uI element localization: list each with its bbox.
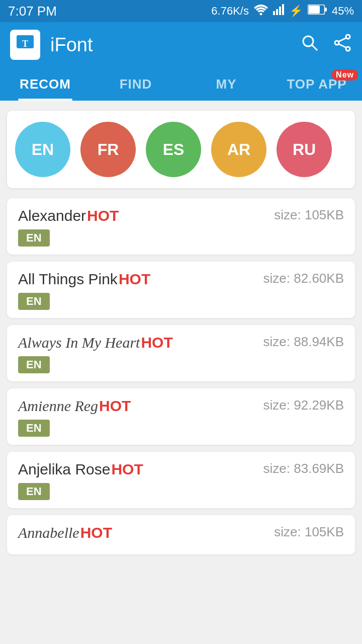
font-card-allthingspink[interactable]: All Things PinkHOT size: 82.60KB EN (7, 262, 355, 318)
font-name: Alexander (18, 207, 86, 224)
hot-label: HOT (87, 207, 119, 224)
svg-rect-10 (18, 49, 32, 52)
font-size: size: 82.60KB (263, 271, 344, 286)
app-title: iFont (50, 34, 291, 56)
svg-point-13 (303, 36, 313, 46)
font-card-name-area: Amienne RegHOT (18, 397, 131, 415)
lang-tag: EN (18, 483, 50, 500)
svg-rect-6 (309, 6, 320, 14)
font-card-name-area: AnnabelleHOT (18, 524, 112, 541)
app-logo: T (10, 30, 40, 60)
status-bar: 7:07 PM 6.76K/s ⚡ (0, 0, 362, 22)
svg-point-0 (259, 13, 262, 16)
font-name: All Things Pink (18, 271, 118, 287)
font-card-name-area: AlexanderHOT (18, 207, 119, 224)
status-time: 7:07 PM (8, 4, 57, 19)
svg-line-19 (339, 44, 346, 47)
search-icon[interactable] (301, 34, 319, 56)
svg-rect-12 (27, 52, 31, 54)
lang-en[interactable]: EN (15, 122, 70, 177)
network-speed: 6.76K/s (211, 5, 249, 18)
svg-point-17 (346, 47, 350, 51)
lang-ru[interactable]: RU (277, 122, 332, 177)
svg-rect-4 (282, 4, 284, 15)
battery-icon (308, 5, 327, 18)
hot-label: HOT (119, 271, 150, 287)
lang-tag: EN (18, 420, 50, 437)
svg-point-15 (346, 35, 350, 39)
language-section: EN FR ES AR RU (7, 111, 355, 188)
tab-my[interactable]: MY (181, 67, 272, 99)
hot-label: HOT (80, 524, 112, 541)
status-icons: 6.76K/s ⚡ 45% (211, 4, 354, 18)
svg-rect-2 (276, 9, 278, 15)
share-icon[interactable] (334, 34, 352, 56)
font-card-alwaysinmyheart[interactable]: Always In My HeartHOT size: 88.94KB EN (7, 325, 355, 381)
lang-tag: EN (18, 293, 50, 310)
svg-line-18 (339, 38, 346, 41)
font-list: AlexanderHOT size: 105KB EN All Things P… (0, 198, 362, 559)
font-name: Anjelika Rose (18, 461, 110, 477)
hot-label: HOT (141, 334, 172, 351)
app-header: T iFont (0, 22, 362, 67)
svg-rect-7 (325, 8, 327, 12)
hot-label: HOT (111, 461, 143, 477)
tab-bar: RECOM FIND MY TOP APP New (0, 67, 362, 101)
font-size: size: 83.69KB (263, 461, 344, 476)
new-badge: New (332, 69, 358, 80)
header-actions (301, 34, 352, 56)
font-size: size: 105KB (274, 524, 344, 540)
font-name: Annabelle (18, 524, 79, 541)
lang-ar[interactable]: AR (211, 122, 266, 177)
font-card-alexander[interactable]: AlexanderHOT size: 105KB EN (7, 198, 355, 255)
svg-text:T: T (22, 39, 28, 49)
font-card-name-area: Always In My HeartHOT (18, 334, 173, 351)
font-name: Always In My Heart (18, 334, 140, 351)
font-card-anjelikarose[interactable]: Anjelika RoseHOT size: 83.69KB EN (7, 452, 355, 508)
font-size: size: 105KB (274, 207, 344, 223)
tab-topapp[interactable]: TOP APP New (272, 67, 362, 99)
charging-icon: ⚡ (289, 5, 303, 18)
lang-es[interactable]: ES (146, 122, 201, 177)
tab-find[interactable]: FIND (90, 67, 181, 99)
font-name: Amienne Reg (18, 397, 98, 414)
svg-rect-3 (279, 7, 281, 15)
signal-icon (273, 4, 284, 18)
font-size: size: 92.29KB (263, 397, 344, 413)
font-card-annabelle[interactable]: AnnabelleHOT size: 105KB (7, 515, 355, 554)
svg-point-16 (335, 41, 339, 45)
font-card-name-area: Anjelika RoseHOT (18, 461, 143, 478)
svg-rect-1 (273, 11, 275, 15)
hot-label: HOT (99, 397, 131, 414)
font-size: size: 88.94KB (263, 334, 344, 350)
battery-percent: 45% (332, 5, 354, 18)
lang-fr[interactable]: FR (80, 122, 136, 177)
lang-tag: EN (18, 356, 50, 373)
svg-line-14 (312, 45, 317, 50)
tab-recom[interactable]: RECOM (0, 67, 90, 99)
lang-tag: EN (18, 229, 50, 247)
svg-rect-11 (19, 52, 23, 54)
font-card-name-area: All Things PinkHOT (18, 271, 150, 288)
font-card-amiennereg[interactable]: Amienne RegHOT size: 92.29KB EN (7, 388, 355, 445)
wifi-icon (254, 4, 268, 18)
